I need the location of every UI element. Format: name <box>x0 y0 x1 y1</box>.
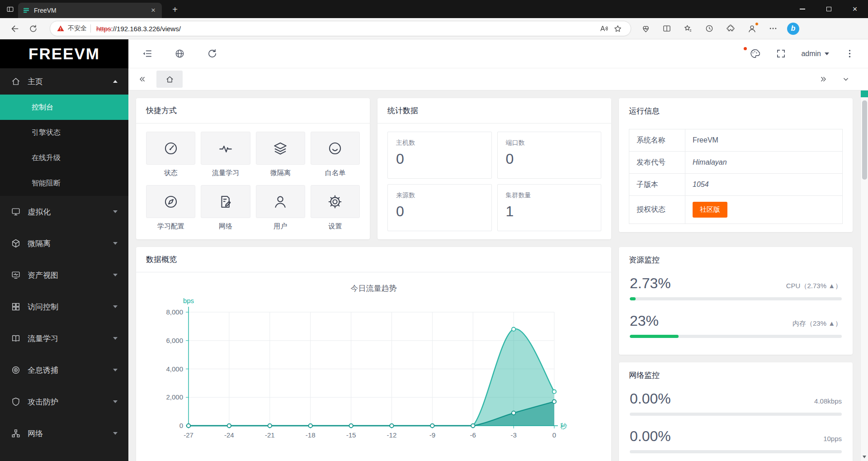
card-title: 统计数据 <box>377 98 611 124</box>
layers-icon <box>273 141 288 156</box>
split-screen-icon[interactable] <box>660 21 674 36</box>
stat-value: 0 <box>396 151 483 167</box>
sidebar-item-smart-block[interactable]: 智能阻断 <box>0 171 128 196</box>
settings-menu-icon[interactable] <box>766 21 780 36</box>
sidebar-item-engine-status[interactable]: 引擎状态 <box>0 120 128 145</box>
shortcut-label: 设置 <box>311 222 360 231</box>
sidebar-item-label: 攻击防护 <box>28 397 113 407</box>
minimize-button[interactable] <box>789 0 816 18</box>
sidebar-item-network[interactable]: 网络 <box>0 418 128 449</box>
read-aloud-icon[interactable] <box>597 22 611 35</box>
traffic-trend-chart: 02,0004,0006,0008,000-27-24-21-18-15-12-… <box>136 296 611 450</box>
svg-text:-21: -21 <box>265 431 275 439</box>
shortcut-micro-isolation[interactable]: 微隔离 <box>256 132 305 177</box>
bing-copilot-icon[interactable]: b <box>787 23 799 35</box>
network-out-monitor: 0.00% 10pps <box>630 428 842 453</box>
sidebar-item-attack-defense[interactable]: 攻击防护 <box>0 386 128 418</box>
stat-box-ports: 端口数 0 <box>497 132 602 179</box>
refresh-button[interactable] <box>25 21 41 36</box>
sidebar-item-traffic-learning[interactable]: 流量学习 <box>0 323 128 354</box>
scrollbar-down-arrow[interactable] <box>863 456 866 458</box>
sidebar-item-virtualization[interactable]: 虚拟化 <box>0 196 128 228</box>
new-tab-button[interactable]: + <box>168 4 182 15</box>
memory-percent: 23% <box>630 313 659 329</box>
favorite-star-icon[interactable] <box>611 22 624 35</box>
maximize-icon <box>826 7 831 11</box>
more-options-button[interactable] <box>844 48 855 60</box>
card-title: 快捷方式 <box>136 98 370 124</box>
address-bar[interactable]: 不安全 https://192.168.3.226/views/ <box>50 21 631 36</box>
sidebar-item-micro-isolation[interactable]: 微隔离 <box>0 228 128 259</box>
tab-close-icon[interactable]: × <box>149 6 157 15</box>
cpu-progress-track <box>630 297 842 300</box>
stat-label: 来源数 <box>396 191 483 200</box>
maximize-button[interactable] <box>816 0 842 18</box>
asset-view-icon <box>11 270 21 280</box>
home-icon <box>11 76 21 86</box>
collapse-sidebar-button[interactable] <box>141 48 153 60</box>
url-rest: ://192.168.3.226/views/ <box>111 25 181 33</box>
runtime-info-card: 运行信息 系统名称 FreeVM 发布代号 Himalayan <box>619 98 853 232</box>
runtime-label: 系统名称 <box>629 129 685 152</box>
reload-page-button[interactable] <box>206 48 218 60</box>
extensions-icon[interactable] <box>724 21 737 36</box>
community-edition-badge[interactable]: 社区版 <box>693 202 727 218</box>
theme-palette-button[interactable] <box>749 48 760 60</box>
tab-home[interactable] <box>156 71 183 88</box>
shortcut-network[interactable]: 网络 <box>201 185 250 231</box>
notification-dot <box>744 47 747 50</box>
language-globe-button[interactable] <box>174 48 185 60</box>
sidebar-item-asset-view[interactable]: 资产视图 <box>0 259 128 291</box>
shortcut-status[interactable]: 状态 <box>146 132 195 177</box>
svg-text:-12: -12 <box>387 431 397 439</box>
sh ortcut-whitelist[interactable]: 白名单 <box>311 132 360 177</box>
shortcut-label: 白名单 <box>311 169 360 177</box>
sidebar-item-label: 虚拟化 <box>28 207 113 217</box>
network-out-progress-track <box>630 450 842 453</box>
stat-label: 集群数量 <box>506 191 593 200</box>
sidebar-item-label: 主页 <box>28 76 113 87</box>
sidebar-item-home[interactable]: 主页 <box>0 68 128 95</box>
runtime-value: Himalayan <box>685 152 843 174</box>
sidebar-item-access-control[interactable]: 访问控制 <box>0 291 128 323</box>
sidebar-item-label: 访问控制 <box>28 302 113 312</box>
shortcut-settings[interactable]: 设置 <box>311 185 360 231</box>
user-menu[interactable]: admin <box>801 50 829 58</box>
sidebar-submenu-home: 控制台 引擎状态 在线升级 智能阻断 <box>0 95 128 196</box>
network-in-monitor: 0.00% 4.08kbps <box>630 390 842 416</box>
tabs-menu-button[interactable] <box>838 71 854 87</box>
scrollbar-thumb[interactable] <box>862 100 867 180</box>
gauge-icon <box>163 141 179 156</box>
cpu-label: CPU（2.73% ▲） <box>786 282 842 290</box>
sidebar-item-online-upgrade[interactable]: 在线升级 <box>0 145 128 171</box>
sidebar-item-honeypot[interactable]: 全息诱捕 <box>0 354 128 386</box>
tabs-scroll-left-button[interactable] <box>135 71 150 87</box>
favorites-icon[interactable] <box>681 21 695 36</box>
sidebar-item-console[interactable]: 控制台 <box>0 95 128 120</box>
shortcut-users[interactable]: 用户 <box>256 185 305 231</box>
whitelist-icon <box>327 141 343 156</box>
chevron-down-icon <box>113 305 118 308</box>
browser-tab[interactable]: FreeVM × <box>18 3 162 18</box>
page-scrollbar[interactable] <box>860 90 868 461</box>
history-icon[interactable] <box>703 21 716 36</box>
browser-essentials-icon[interactable] <box>639 21 652 36</box>
cpu-progress-fill <box>630 297 636 300</box>
tab-actions-button[interactable] <box>0 0 20 18</box>
app-logo: FREEVM <box>0 39 128 68</box>
profile-avatar[interactable] <box>745 21 759 36</box>
shortcut-label: 网络 <box>201 222 250 231</box>
stat-label: 端口数 <box>506 139 593 147</box>
table-row: 授权状态 社区版 <box>629 196 843 224</box>
micro-isolation-icon <box>11 238 21 248</box>
shortcut-label: 微隔离 <box>256 169 305 177</box>
shortcut-learning-config[interactable]: 学习配置 <box>146 185 195 231</box>
freevm-favicon <box>23 7 30 14</box>
shortcut-traffic-learning[interactable]: 流量学习 <box>201 132 250 177</box>
close-button[interactable]: × <box>842 0 868 18</box>
memory-progress-fill <box>630 335 679 338</box>
tabs-scroll-right-button[interactable] <box>816 71 831 87</box>
fullscreen-button[interactable] <box>775 48 787 60</box>
back-button[interactable] <box>7 21 23 36</box>
statistics-card: 统计数据 主机数 0 端口数 0 来源数 0 <box>377 98 611 239</box>
